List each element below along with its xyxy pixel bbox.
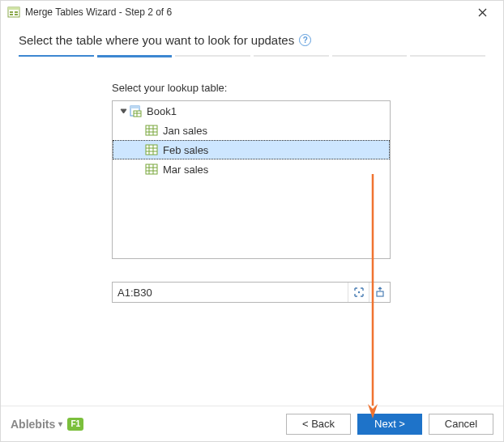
step-seg-1 xyxy=(19,55,94,57)
tree-sheet-row[interactable]: Jan sales xyxy=(113,121,390,140)
lookup-tree: Book1 Jan sales xyxy=(112,100,391,259)
worksheet-icon xyxy=(145,143,158,156)
svg-rect-2 xyxy=(10,11,13,13)
footer: Ablebits ▾ F1 < Back Next > Cancel xyxy=(1,406,503,441)
svg-rect-3 xyxy=(15,11,18,13)
svg-rect-5 xyxy=(15,14,18,15)
tree-sheet-row[interactable]: Feb sales xyxy=(113,140,390,159)
step-seg-6 xyxy=(410,55,485,57)
app-icon xyxy=(7,6,20,19)
tree-sheet-label: Mar sales xyxy=(163,164,208,176)
tree-sheet-label: Jan sales xyxy=(163,125,207,137)
heading-text: Select the table where you want to look … xyxy=(19,33,294,47)
titlebar: Merge Tables Wizard - Step 2 of 6 xyxy=(1,1,503,23)
svg-rect-23 xyxy=(146,164,157,174)
tree-sheet-row[interactable]: Mar sales xyxy=(113,159,390,179)
help-icon[interactable]: ? xyxy=(299,34,311,46)
svg-rect-18 xyxy=(146,145,157,155)
svg-rect-13 xyxy=(146,125,157,135)
back-button[interactable]: < Back xyxy=(286,414,351,435)
caret-down-icon xyxy=(117,108,129,115)
svg-rect-4 xyxy=(10,14,13,15)
brand-label: Ablebits xyxy=(11,418,55,431)
svg-rect-9 xyxy=(130,106,139,108)
tree-sheet-label: Feb sales xyxy=(163,144,208,156)
workbook-icon xyxy=(129,104,142,117)
page-heading: Select the table where you want to look … xyxy=(19,33,485,47)
content-area: Select the table where you want to look … xyxy=(1,23,503,303)
collapse-range-button[interactable] xyxy=(348,283,369,302)
step-seg-4 xyxy=(254,55,329,57)
f1-badge[interactable]: F1 xyxy=(67,418,83,431)
worksheet-icon xyxy=(145,124,158,137)
window-title: Merge Tables Wizard - Step 2 of 6 xyxy=(25,6,468,18)
cancel-button[interactable]: Cancel xyxy=(429,414,493,435)
worksheet-icon xyxy=(145,163,158,176)
step-seg-5 xyxy=(332,55,408,57)
brand[interactable]: Ablebits ▾ xyxy=(11,418,62,431)
tree-book-label: Book1 xyxy=(147,105,177,117)
svg-rect-1 xyxy=(8,7,19,10)
svg-rect-29 xyxy=(377,291,383,296)
step-seg-2 xyxy=(97,55,173,57)
range-row xyxy=(112,282,391,303)
step-seg-3 xyxy=(175,55,250,57)
tree-book-row[interactable]: Book1 xyxy=(113,101,390,121)
chevron-down-icon: ▾ xyxy=(58,419,62,428)
expand-range-button[interactable] xyxy=(369,283,390,302)
step-progress xyxy=(19,55,485,57)
next-button[interactable]: Next > xyxy=(357,414,422,435)
range-input[interactable] xyxy=(113,283,348,302)
lookup-table-label: Select your lookup table: xyxy=(112,82,485,94)
close-button[interactable] xyxy=(468,2,497,22)
svg-point-28 xyxy=(357,291,359,293)
